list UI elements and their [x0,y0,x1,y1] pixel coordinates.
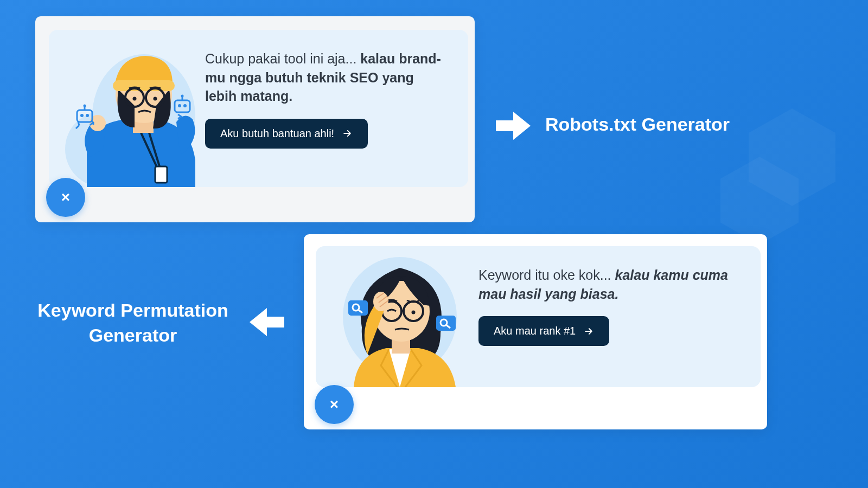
svg-point-19 [183,104,187,107]
arrow-right-icon [583,326,594,337]
card-keyword-permutation: Keyword itu oke kok... kalau kamu cuma m… [304,234,767,429]
card-inner: Cukup pakai tool ini aja... kalau brand-… [49,30,468,187]
card-headline: Cukup pakai tool ini aja... kalau brand-… [205,49,444,106]
close-button[interactable]: × [315,385,354,424]
svg-point-9 [133,97,137,101]
card-robots-txt: Cukup pakai tool ini aja... kalau brand-… [35,16,475,222]
svg-point-21 [181,95,184,98]
card-text: Keyword itu oke kok... kalau kamu cuma m… [473,246,761,387]
svg-point-10 [154,97,157,101]
headline-plain: Keyword itu oke kok... [478,267,615,282]
card-headline: Keyword itu oke kok... kalau kamu cuma m… [478,266,740,303]
arrow-left-icon [250,307,284,337]
cta-button[interactable]: Aku butuh bantuan ahli! [205,119,368,149]
svg-point-16 [84,105,86,107]
svg-point-13 [80,114,84,117]
headline-plain: Cukup pakai tool ini aja... [205,51,360,66]
svg-point-18 [178,104,181,107]
cta-label: Aku butuh bantuan ahli! [220,127,334,140]
label-robots-txt: Robots.txt Generator [545,114,730,135]
label-keyword-permutation: Keyword Permutation Generator [30,298,236,348]
cta-label: Aku mau rank #1 [494,325,576,337]
avatar-illustration [316,246,473,387]
arrow-right-icon [342,128,353,139]
svg-rect-5 [113,80,175,91]
card-inner: Keyword itu oke kok... kalau kamu cuma m… [316,246,761,387]
svg-point-28 [412,311,416,314]
arrow-right-icon [496,111,531,141]
avatar-illustration [49,30,195,187]
svg-point-14 [86,114,89,117]
close-icon: × [61,189,70,206]
svg-rect-33 [436,316,456,331]
card-text: Cukup pakai tool ini aja... kalau brand-… [195,30,468,187]
close-button[interactable]: × [46,178,85,217]
svg-rect-30 [348,300,368,316]
svg-rect-2 [155,166,167,183]
close-icon: × [330,396,339,413]
cta-button[interactable]: Aku mau rank #1 [478,316,609,346]
